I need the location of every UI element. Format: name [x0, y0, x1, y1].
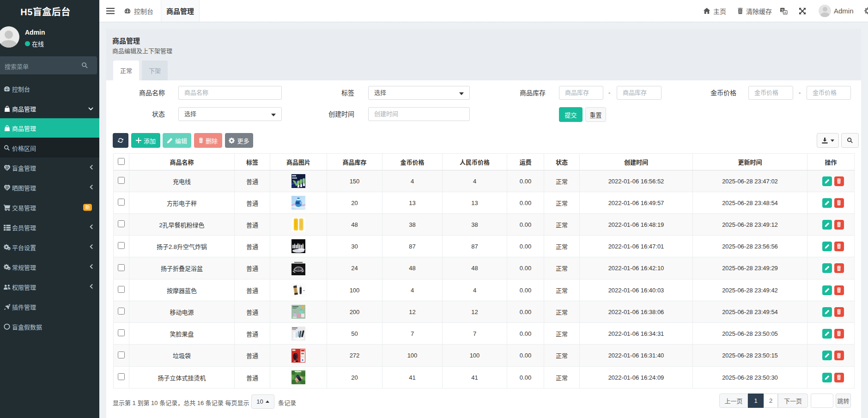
svg-text:A: A [784, 10, 786, 14]
